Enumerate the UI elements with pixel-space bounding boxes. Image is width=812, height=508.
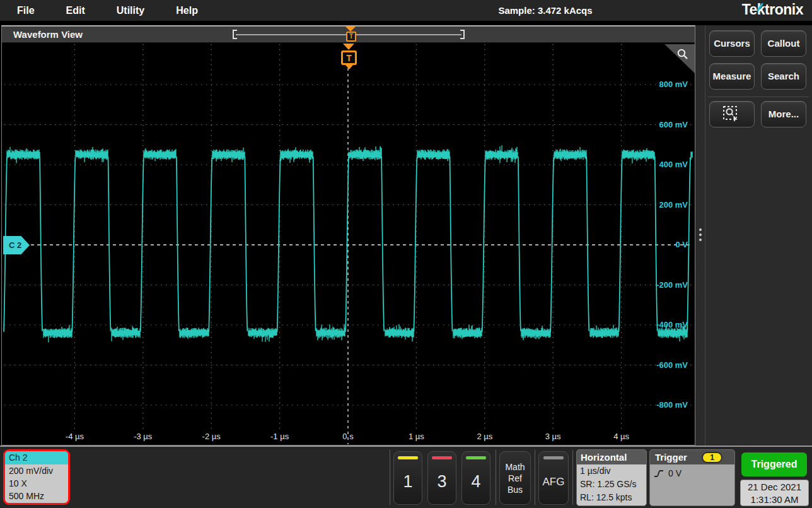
trigger-flag-tail-icon — [345, 65, 353, 69]
menu-items: FileEditUtilityHelp — [17, 0, 198, 21]
channel-4-label: 4 — [462, 472, 490, 492]
ref-label: Ref — [500, 473, 530, 484]
trigger-flag-arrow-icon — [343, 44, 354, 50]
magnifier-icon — [676, 48, 690, 62]
record-view-right-bracket — [460, 30, 465, 39]
measure-button[interactable]: Measure — [709, 63, 755, 90]
waveform-view-title: Waveform View — [13, 27, 83, 43]
zoom-select-icon — [722, 105, 741, 123]
menu-help[interactable]: Help — [176, 5, 198, 16]
zoom-select-button[interactable] — [709, 101, 755, 127]
channel-2-badge[interactable]: Ch 2 200 mV/div 10 X 500 MHz — [3, 449, 70, 505]
x-axis-label: 0 s — [326, 432, 370, 441]
y-axis-label: -800 mV — [644, 400, 688, 410]
channel-1-button[interactable]: 1 — [393, 451, 422, 505]
bus-label: Bus — [500, 484, 530, 495]
y-axis-label: -400 mV — [644, 320, 688, 329]
trigger-position-marker-icon[interactable]: T — [346, 32, 356, 42]
menu-bar: FileEditUtilityHelp Sample: 3.472 kAcqs … — [0, 0, 812, 21]
drag-handle-dot — [699, 233, 702, 236]
horizontal-scale: 1 µs/div — [577, 464, 646, 478]
separator — [390, 450, 390, 505]
channel-3-color-bar — [432, 456, 452, 459]
afg-label: AFG — [539, 476, 568, 488]
trigger-position-arrow-icon[interactable] — [345, 27, 356, 32]
trigger-source-badge: 1 — [702, 452, 722, 463]
y-axis-label: -600 mV — [644, 360, 688, 370]
waveform-trace — [2, 43, 695, 445]
y-axis-label: 600 mV — [644, 120, 688, 129]
drag-handle-dot — [699, 228, 702, 231]
time-label: 1:31:30 AM — [741, 493, 808, 506]
channel-2-scale: 200 mV/div — [5, 464, 68, 477]
waveform-view-panel: Waveform View T 800 mV600 mV400 mV200 mV… — [1, 25, 695, 446]
y-axis-label: 800 mV — [644, 80, 688, 89]
channel-4-color-bar — [466, 456, 486, 459]
more-button[interactable]: More... — [761, 101, 806, 127]
oscilloscope-app: FileEditUtilityHelp Sample: 3.472 kAcqs … — [0, 0, 812, 508]
y-axis-label: 200 mV — [644, 200, 688, 210]
cursors-button[interactable]: Cursors — [709, 30, 755, 57]
x-axis-label: -3 µs — [121, 432, 165, 441]
separator — [496, 450, 496, 505]
menu-edit[interactable]: Edit — [66, 5, 85, 16]
callout-button[interactable]: Callout — [761, 30, 806, 57]
trigger-level: 0 V — [668, 468, 682, 478]
x-axis-label: 1 µs — [394, 432, 438, 441]
y-axis-label: -200 mV — [644, 280, 688, 290]
channel-1-color-bar — [398, 456, 418, 459]
x-axis-label: 2 µs — [463, 432, 507, 441]
horizontal-title: Horizontal — [577, 450, 646, 464]
sample-readout: Sample: 3.472 kAcqs — [485, 0, 605, 21]
x-axis-label: -4 µs — [52, 432, 96, 441]
panel-splitter[interactable] — [695, 25, 705, 446]
settings-bar: Ch 2 200 mV/div 10 X 500 MHz 134 Math Re… — [0, 446, 812, 508]
channel-1-label: 1 — [394, 472, 422, 492]
horizontal-badge[interactable]: Horizontal 1 µs/div SR: 1.25 GS/s RL: 12… — [576, 449, 647, 506]
menu-file[interactable]: File — [17, 5, 35, 16]
afg-button[interactable]: AFG — [538, 451, 569, 505]
waveform-view-header: Waveform View T — [2, 27, 695, 43]
channel-4-button[interactable]: 4 — [461, 451, 490, 505]
right-sidebar: Cursors Callout Measure Search More... — [705, 25, 812, 446]
afg-color-bar — [543, 456, 564, 459]
record-view-left-bracket — [233, 30, 237, 39]
separator — [535, 450, 535, 505]
sidebar-divider — [708, 97, 809, 97]
separator — [572, 450, 573, 505]
date-label: 21 Dec 2021 — [741, 481, 808, 493]
datetime-display: 21 Dec 2021 1:31:30 AM — [740, 480, 809, 506]
horizontal-record-length: RL: 12.5 kpts — [577, 491, 646, 504]
math-ref-bus-button[interactable]: Math Ref Bus — [499, 451, 531, 505]
x-axis-label: -2 µs — [189, 432, 233, 441]
rising-edge-icon — [654, 470, 664, 478]
drag-handle-dot — [699, 239, 702, 241]
waveform-plot[interactable]: 800 mV600 mV400 mV200 mV0 V-200 mV-400 m… — [2, 43, 695, 445]
x-axis-label: 4 µs — [600, 432, 644, 441]
horizontal-sample-rate: SR: 1.25 GS/s — [577, 478, 646, 491]
tektronix-logo: Tektronix — [742, 1, 803, 18]
channel-2-badge-title: Ch 2 — [5, 451, 68, 464]
search-button[interactable]: Search — [761, 63, 806, 90]
trigger-badge-panel[interactable]: Trigger 1 0 V — [649, 449, 735, 506]
trigger-flag-icon[interactable]: T — [341, 50, 357, 65]
trigger-status-badge: Triggered — [741, 452, 807, 476]
x-axis-label: -1 µs — [258, 432, 302, 441]
y-axis-label: 400 mV — [644, 160, 688, 169]
channel-2-bandwidth: 500 MHz — [5, 490, 68, 502]
math-label: Math — [500, 461, 530, 473]
channel-2-attenuation: 10 X — [5, 477, 68, 490]
y-axis-label: 0 V — [644, 240, 688, 249]
channel-3-label: 3 — [428, 472, 456, 492]
menu-utility[interactable]: Utility — [117, 5, 144, 16]
channel-3-button[interactable]: 3 — [427, 451, 456, 505]
x-axis-label: 3 µs — [531, 432, 575, 441]
